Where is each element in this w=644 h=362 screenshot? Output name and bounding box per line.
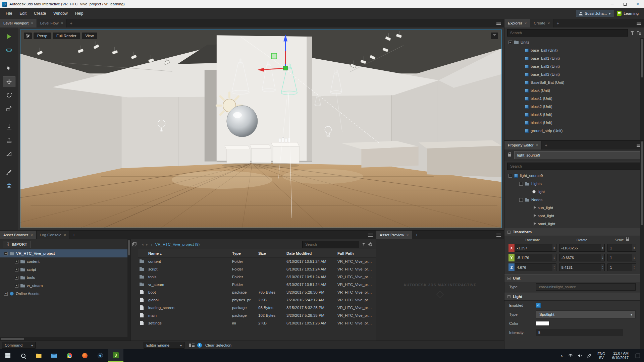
spinner[interactable] <box>552 244 556 251</box>
view-menu-button[interactable]: View <box>82 33 98 39</box>
spinner[interactable] <box>632 254 636 261</box>
menu-item[interactable]: Window <box>50 9 71 18</box>
spinner[interactable] <box>601 244 604 251</box>
viewport-settings-button[interactable] <box>24 33 32 39</box>
add-tab-button[interactable] <box>542 141 550 149</box>
expander-icon[interactable] <box>519 81 523 84</box>
asset-preview-tab[interactable]: Asset Preview <box>376 231 412 239</box>
close-button[interactable] <box>631 0 644 8</box>
expander-icon[interactable] <box>527 214 530 218</box>
editor-engine-dropdown[interactable]: Editor Engine <box>144 342 184 349</box>
taskbar-search-icon[interactable] <box>15 349 31 362</box>
asset-browser-tab[interactable]: Asset Browser <box>0 231 37 239</box>
explorer-search-input[interactable] <box>507 29 628 37</box>
transform-section-header[interactable]: Transform <box>504 228 640 236</box>
file-explorer-icon[interactable] <box>31 349 46 362</box>
start-button[interactable] <box>0 349 15 362</box>
expander-icon[interactable] <box>519 97 523 101</box>
panel-menu-icon[interactable] <box>496 22 501 25</box>
level-tab[interactable]: Level Viewport <box>0 19 37 27</box>
add-tab-button[interactable] <box>412 231 421 239</box>
explorer-tab[interactable]: Create <box>530 19 553 27</box>
expander-icon[interactable] <box>527 206 530 210</box>
expander-icon[interactable] <box>15 260 18 263</box>
tray-expand-icon[interactable] <box>558 354 566 358</box>
menu-item[interactable]: File <box>2 9 16 18</box>
tree-row[interactable]: omni_light <box>504 220 640 228</box>
light-type-dropdown[interactable]: Spotlight <box>536 310 636 318</box>
color-swatch[interactable] <box>536 321 549 326</box>
add-tab-button[interactable] <box>70 231 78 239</box>
unit-section-header[interactable]: Unit <box>504 274 640 282</box>
panel-menu-icon[interactable] <box>368 234 373 237</box>
maximize-button[interactable] <box>619 0 631 8</box>
tree-row[interactable]: base_ball (Unit) <box>504 46 644 54</box>
gear-icon[interactable] <box>368 242 372 246</box>
translate-input[interactable] <box>515 263 556 271</box>
expander-icon[interactable] <box>519 65 523 68</box>
close-icon[interactable] <box>31 233 33 237</box>
spinner[interactable] <box>601 254 604 261</box>
collapse-icon[interactable] <box>507 277 511 280</box>
light-section-header[interactable]: Light <box>504 293 640 301</box>
chrome-icon[interactable] <box>62 349 77 362</box>
clock[interactable]: 11:07 AM 6/10/2017 <box>609 351 632 360</box>
3dsmax-interactive-icon[interactable]: 3 <box>108 349 123 362</box>
tree-view-icon[interactable] <box>637 31 641 35</box>
filter-icon[interactable] <box>631 31 634 35</box>
menu-item[interactable]: Create <box>30 9 50 18</box>
tree-row[interactable]: Units <box>504 38 644 46</box>
expander-icon[interactable] <box>527 190 530 194</box>
explorer-tab[interactable]: Explorer <box>504 19 530 27</box>
intensity-input[interactable] <box>536 329 623 336</box>
enabled-checkbox[interactable] <box>536 303 541 308</box>
scale-lock-icon[interactable] <box>626 239 629 241</box>
table-row[interactable]: loading_screen package 98 Bytes 3/15/201… <box>138 304 376 311</box>
close-icon[interactable] <box>407 233 409 237</box>
close-icon[interactable] <box>64 233 66 237</box>
expander-icon[interactable] <box>519 113 523 117</box>
select-tool[interactable] <box>3 63 15 74</box>
expander-icon[interactable] <box>15 268 18 272</box>
level-tab[interactable]: Level Flow <box>37 19 67 27</box>
tree-row[interactable]: vr_steam <box>0 282 130 290</box>
lock-icon[interactable] <box>508 154 511 157</box>
back-button[interactable] <box>142 242 144 247</box>
layers-tool[interactable] <box>3 180 15 191</box>
column-header[interactable]: Size <box>258 251 286 255</box>
play-button[interactable] <box>3 31 15 42</box>
tree-row[interactable]: light <box>504 188 640 196</box>
snap-triangle-tool[interactable] <box>3 148 15 159</box>
camera-mode-button[interactable]: Persp <box>34 33 51 39</box>
table-row[interactable]: content Folder 6/10/2017 10:51:24 AM VR_… <box>138 257 376 265</box>
table-row[interactable]: vr_steam Folder 6/10/2017 10:51:24 AM VR… <box>138 281 376 288</box>
expander-icon[interactable] <box>15 284 18 288</box>
filter-icon[interactable] <box>362 243 366 246</box>
render-mode-button[interactable]: Full Render <box>53 33 80 39</box>
column-header[interactable]: Type <box>232 251 258 255</box>
close-icon[interactable] <box>548 21 550 25</box>
spinner[interactable] <box>632 264 636 271</box>
tree-row[interactable]: BaseBall_Bat (Unit) <box>504 78 644 86</box>
action-center-icon[interactable] <box>633 354 643 358</box>
expander-icon[interactable] <box>508 174 512 178</box>
spinner[interactable] <box>552 264 556 271</box>
tree-row[interactable]: block3 (Unit) <box>504 111 644 119</box>
move-tool[interactable] <box>3 76 15 87</box>
tree-row[interactable]: tools <box>0 274 130 282</box>
user-account-button[interactable]: Sussi Joha... <box>576 10 613 17</box>
expander-icon[interactable] <box>519 182 523 186</box>
table-row[interactable]: main package 102 Bytes 3/20/2017 5:28:35… <box>138 311 376 319</box>
spinner[interactable] <box>632 244 636 251</box>
rotate-tool[interactable] <box>3 89 15 101</box>
paint-tool[interactable] <box>3 167 15 178</box>
column-header[interactable]: Name <box>148 251 232 255</box>
close-icon[interactable] <box>536 143 538 147</box>
language-indicator[interactable]: ENG SV <box>594 352 608 360</box>
steam-icon[interactable] <box>93 349 108 362</box>
tree-row[interactable]: Online Assets <box>0 290 130 298</box>
scale-tool[interactable] <box>3 103 15 114</box>
expander-icon[interactable] <box>519 198 523 202</box>
collapse-icon[interactable] <box>507 295 511 298</box>
drop-to-floor-tool[interactable] <box>3 121 15 132</box>
